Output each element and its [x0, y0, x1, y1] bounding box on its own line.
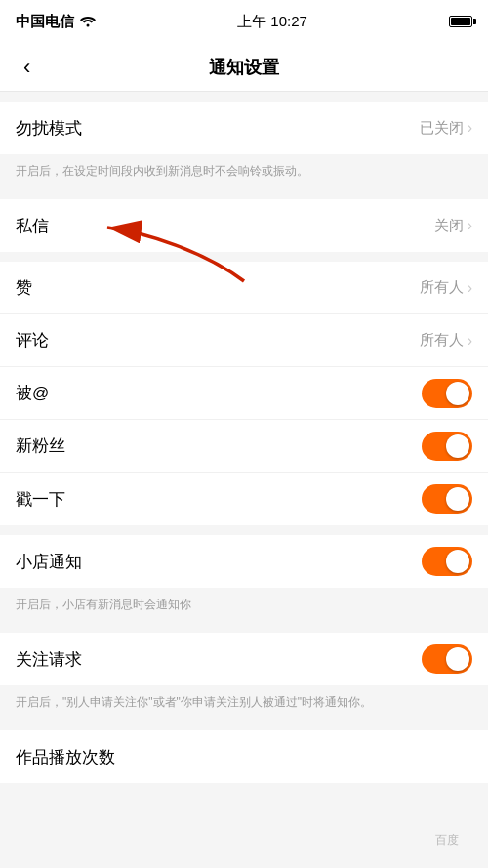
status-carrier: 中国电信: [16, 13, 96, 31]
messages-label: 私信: [16, 215, 49, 237]
mention-toggle[interactable]: [422, 379, 472, 408]
poke-label: 戳一下: [16, 488, 65, 511]
messages-value: 关闭: [434, 217, 464, 235]
back-button[interactable]: ‹: [16, 47, 38, 88]
zan-value: 所有人: [420, 278, 464, 297]
shop-row[interactable]: 小店通知: [0, 535, 488, 588]
settings-content: 勿扰模式 已关闭 › 开启后，在设定时间段内收到新消息时不会响铃或振动。 私信 …: [0, 102, 488, 783]
zan-wrapper: 赞 所有人 ›: [0, 262, 488, 314]
dnd-right: 已关闭 ›: [420, 119, 472, 138]
plays-row[interactable]: 作品播放次数: [0, 730, 488, 783]
comments-chevron: ›: [468, 332, 472, 350]
status-right: [449, 16, 472, 27]
plays-section: 作品播放次数: [0, 730, 488, 783]
watermark: 百度: [435, 832, 459, 848]
dnd-label: 勿扰模式: [16, 117, 82, 140]
follow-right: [422, 644, 472, 674]
follow-section: 关注请求: [0, 633, 488, 685]
svg-point-0: [87, 24, 90, 27]
battery-icon: [449, 16, 472, 27]
new-fans-toggle[interactable]: [422, 432, 472, 461]
messages-right: 关闭 ›: [434, 217, 472, 235]
messages-section: 私信 关闭 ›: [0, 199, 488, 252]
follow-label: 关注请求: [16, 648, 82, 671]
new-fans-row[interactable]: 新粉丝: [0, 420, 488, 473]
shop-label: 小店通知: [16, 551, 82, 573]
zan-label: 赞: [16, 276, 32, 299]
follow-row[interactable]: 关注请求: [0, 633, 488, 685]
zan-chevron: ›: [468, 279, 472, 297]
wifi-icon: [80, 16, 96, 27]
messages-chevron: ›: [468, 217, 472, 234]
comments-value: 所有人: [420, 331, 464, 350]
mention-row[interactable]: 被@: [0, 367, 488, 420]
dnd-section: 勿扰模式 已关闭 ›: [0, 102, 488, 154]
plays-label: 作品播放次数: [16, 746, 115, 768]
zan-row[interactable]: 赞 所有人 ›: [0, 262, 488, 314]
page-title: 通知设置: [209, 56, 279, 79]
dnd-row[interactable]: 勿扰模式 已关闭 ›: [0, 102, 488, 154]
new-fans-label: 新粉丝: [16, 434, 65, 457]
dnd-note: 开启后，在设定时间段内收到新消息时不会响铃或振动。: [0, 154, 488, 189]
dnd-chevron: ›: [468, 119, 472, 137]
status-bar: 中国电信 上午 10:27: [0, 0, 488, 43]
shop-note: 开启后，小店有新消息时会通知你: [0, 588, 488, 623]
mention-label: 被@: [16, 382, 49, 404]
shop-right: [422, 547, 472, 576]
mention-right: [422, 379, 472, 408]
poke-right: [422, 484, 472, 514]
messages-row[interactable]: 私信 关闭 ›: [0, 199, 488, 252]
poke-row[interactable]: 戳一下: [0, 473, 488, 525]
nav-bar: ‹ 通知设置: [0, 43, 488, 92]
interactions-section: 赞 所有人 › 评论 所有人: [0, 262, 488, 525]
new-fans-right: [422, 432, 472, 461]
zan-right: 所有人 ›: [420, 278, 472, 297]
dnd-value: 已关闭: [420, 119, 464, 138]
comments-row[interactable]: 评论 所有人 ›: [0, 314, 488, 367]
follow-toggle[interactable]: [422, 644, 472, 674]
status-time: 上午 10:27: [237, 13, 307, 31]
comments-right: 所有人 ›: [420, 331, 472, 350]
comments-label: 评论: [16, 329, 49, 351]
shop-toggle[interactable]: [422, 547, 472, 576]
poke-toggle[interactable]: [422, 484, 472, 514]
shop-section: 小店通知: [0, 535, 488, 588]
follow-note: 开启后，"别人申请关注你"或者"你申请关注别人被通过"时将通知你。: [0, 685, 488, 721]
